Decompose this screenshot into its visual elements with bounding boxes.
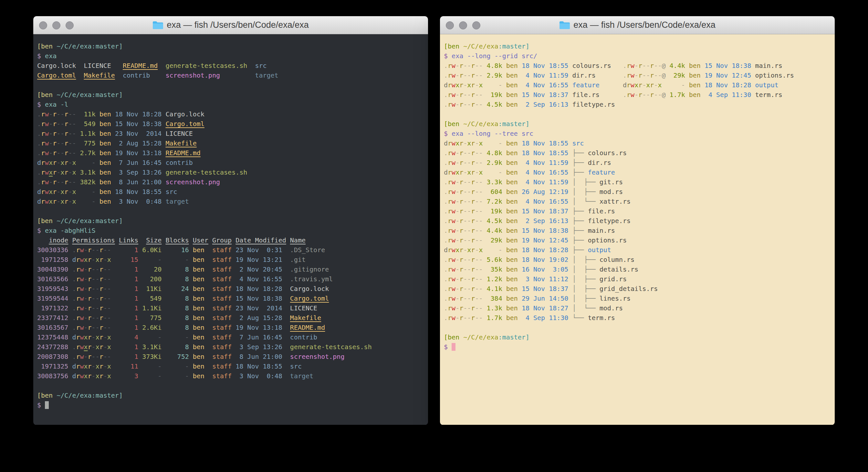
text-segment — [161, 149, 165, 157]
text-segment: Cargo.lock — [165, 110, 204, 118]
text-segment: r — [448, 91, 452, 98]
text-segment: 11k — [80, 110, 96, 118]
text-segment: ben — [193, 372, 208, 380]
text-segment: w — [80, 256, 84, 264]
text-segment — [502, 314, 506, 322]
text-segment: - — [634, 71, 638, 79]
titlebar[interactable]: exa — fish /Users/ben/Code/exa/exa — [33, 16, 428, 34]
text-segment: r — [448, 71, 452, 79]
text-segment: r — [64, 149, 68, 157]
text-segment: - — [92, 372, 96, 380]
text-segment: - — [456, 275, 459, 283]
text-segment — [111, 62, 123, 69]
minimize-button[interactable] — [52, 21, 60, 29]
text-segment: x — [49, 188, 53, 196]
text-segment — [518, 100, 522, 108]
window-light-terminal[interactable]: exa — fish /Users/ben/Code/exa/exa [ben … — [440, 16, 835, 425]
text-segment: d — [72, 256, 76, 264]
text-segment — [96, 149, 99, 157]
text-segment: Makefile — [165, 139, 196, 147]
text-segment: ben — [193, 246, 208, 254]
text-segment: r — [638, 91, 642, 98]
text-segment: 3.3k — [487, 178, 502, 186]
text-segment: r — [471, 275, 475, 283]
text-segment: contrib — [290, 333, 317, 341]
text-segment: r — [650, 62, 654, 69]
text-segment: x — [107, 256, 111, 264]
text-segment: 2 Nov 20:45 — [236, 265, 282, 273]
text-segment: 549 — [142, 295, 161, 302]
text-segment: - — [84, 246, 88, 254]
text-segment: -- — [475, 207, 483, 215]
text-segment: r — [99, 372, 103, 380]
text-segment: ~/C/e/exa — [57, 91, 91, 98]
terminal-line: drwxr-xr-x - ben 18 Nov 18:55 src — [37, 187, 424, 197]
desktop-background: { "desktop": { "bg": "#000000" }, "title… — [0, 0, 868, 472]
text-segment — [96, 139, 99, 147]
text-segment: -- — [642, 71, 650, 79]
terminal-output[interactable]: [ben ~/C/e/exa:master]$ exaCargo.lock LI… — [33, 34, 428, 425]
text-segment — [96, 178, 99, 186]
text-segment — [568, 139, 572, 147]
text-segment: x — [456, 139, 459, 147]
window-dark-terminal[interactable]: exa — fish /Users/ben/Code/exa/exa [ben … — [33, 16, 428, 425]
text-segment: ben — [99, 198, 111, 205]
text-segment — [161, 324, 165, 331]
text-segment: r — [53, 159, 57, 167]
text-segment: . — [444, 100, 448, 108]
text-segment: Group — [212, 236, 231, 244]
text-segment: filetype.rs — [588, 217, 630, 225]
folder-icon — [153, 21, 163, 29]
text-segment: r — [88, 333, 92, 341]
text-segment: Cargo.toml — [165, 120, 204, 128]
close-button[interactable] — [446, 21, 454, 29]
text-segment — [208, 333, 212, 341]
text-segment: r — [448, 62, 452, 69]
text-segment: 15 Nov 18:38 — [236, 295, 282, 302]
text-segment: x — [467, 139, 471, 147]
text-segment: . — [444, 236, 448, 244]
close-button[interactable] — [39, 21, 47, 29]
text-segment: 4 Nov 11:59 — [522, 71, 568, 79]
text-segment: │ ├── — [572, 285, 599, 293]
text-segment: -- — [463, 236, 471, 244]
text-segment: 1 — [119, 324, 138, 331]
terminal-line: $ exa --long --grid src/ — [444, 51, 831, 61]
text-segment: 18 Nov 18:28 — [115, 110, 162, 118]
text-segment: r — [88, 324, 92, 331]
text-segment: r — [459, 71, 463, 79]
text-segment: - — [142, 333, 161, 341]
text-segment — [518, 246, 522, 254]
terminal-line: [ben ~/C/e/exa:master] — [37, 216, 424, 226]
text-segment: -- — [103, 246, 111, 254]
terminal-output[interactable]: [ben ~/C/e/exa:master]$ exa --long --gri… — [440, 34, 835, 425]
text-segment — [138, 256, 142, 264]
text-segment: term.rs — [588, 314, 615, 322]
text-segment: w — [45, 120, 49, 128]
text-segment — [518, 314, 522, 322]
text-segment — [282, 324, 290, 331]
text-segment: w — [452, 217, 456, 225]
text-segment — [68, 324, 72, 331]
text-segment — [568, 100, 572, 108]
minimize-button[interactable] — [459, 21, 467, 29]
text-segment: -- — [475, 149, 483, 157]
text-segment: r — [53, 110, 57, 118]
text-segment: x — [456, 169, 459, 176]
text-segment: ben — [193, 304, 208, 312]
text-segment — [568, 285, 572, 293]
text-segment: r — [64, 120, 68, 128]
text-segment — [161, 169, 165, 176]
text-segment: r — [650, 81, 654, 89]
text-segment — [111, 130, 115, 138]
text-segment: w — [452, 275, 456, 283]
text-segment: - — [475, 246, 479, 254]
zoom-button[interactable] — [66, 21, 74, 29]
terminal-line: 30163567 .rw-r--r-- 1 2.6Ki 8 ben staff … — [37, 323, 424, 332]
titlebar[interactable]: exa — fish /Users/ben/Code/exa/exa — [440, 16, 835, 34]
zoom-button[interactable] — [472, 21, 480, 29]
text-segment — [483, 159, 487, 167]
text-segment: -- — [92, 304, 99, 312]
terminal-line: drwxr-xr-x - ben 4 Nov 16:55 feature drw… — [444, 80, 831, 90]
text-segment: ben — [506, 188, 518, 196]
